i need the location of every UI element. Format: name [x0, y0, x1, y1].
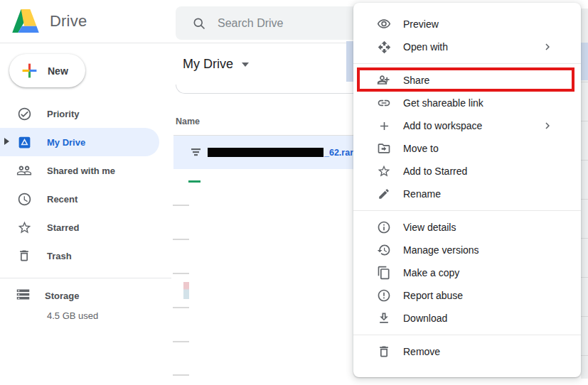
menu-divider [353, 210, 581, 211]
google-drive-window: Drive New Priority [0, 0, 588, 385]
plus-icon [21, 62, 38, 80]
sidebar-item-label: Priority [47, 109, 80, 119]
redacted-row-mark [173, 205, 189, 206]
clock-icon [16, 190, 33, 207]
drive-logo-icon [12, 9, 39, 33]
menu-item-label: Share [403, 75, 429, 86]
selection-band-left [346, 41, 353, 82]
sidebar-item-label: Recent [47, 194, 77, 205]
new-button-label: New [48, 65, 68, 77]
search-icon[interactable] [192, 16, 206, 31]
menu-item-move-to[interactable]: Move to [353, 137, 581, 160]
my-drive-icon [16, 134, 33, 151]
chevron-right-icon [541, 40, 554, 53]
menu-item-make-a-copy[interactable]: Make a copy [353, 261, 581, 284]
menu-item-download[interactable]: Download [353, 307, 581, 330]
menu-item-label: Make a copy [403, 267, 459, 278]
menu-item-label: Report abuse [403, 290, 463, 301]
menu-item-label: View details [403, 222, 456, 233]
redacted-row-smudge [183, 282, 189, 299]
redacted-sheet-mark [188, 180, 201, 183]
menu-item-label: Move to [403, 143, 439, 154]
menu-item-view-details[interactable]: View details [353, 216, 581, 239]
sidebar-item-recent[interactable]: Recent [0, 185, 166, 213]
page-title-text: My Drive [183, 57, 233, 72]
menu-item-rename[interactable]: Rename [353, 183, 581, 205]
menu-item-label: Rename [403, 188, 441, 200]
history-icon [377, 243, 391, 257]
star-icon [377, 164, 391, 178]
sidebar-item-shared-with-me[interactable]: Shared with me [0, 156, 166, 185]
right-edge-list-strip [581, 9, 588, 379]
menu-item-get-shareable-link[interactable]: Get shareable link [353, 92, 581, 114]
expand-arrow-icon[interactable] [4, 138, 9, 145]
new-button[interactable]: New [9, 54, 85, 87]
trash-icon [377, 345, 391, 359]
copy-icon [377, 266, 391, 280]
sidebar-item-priority[interactable]: Priority [0, 99, 166, 128]
trash-icon [16, 247, 33, 264]
caret-down-icon [242, 63, 249, 67]
menu-item-label: Open with [403, 41, 448, 53]
menu-item-label: Add to workspace [403, 120, 482, 131]
menu-item-label: Preview [403, 18, 439, 30]
menu-item-label: Manage versions [403, 244, 479, 256]
menu-item-preview[interactable]: Preview [353, 13, 581, 36]
redacted-row-mark [173, 273, 189, 274]
menu-item-label: Add to Starred [403, 166, 467, 177]
menu-item-label: Get shareable link [403, 97, 483, 109]
sidebar-divider [0, 278, 171, 278]
sidebar-item-label: Shared with me [47, 166, 115, 176]
column-header-name[interactable]: Name [176, 116, 200, 126]
link-icon [377, 96, 391, 110]
redacted-file-name [208, 148, 324, 157]
redacted-row-mark [173, 341, 189, 342]
redacted-row-mark [173, 239, 189, 240]
selection-band-right [581, 43, 588, 80]
menu-item-remove[interactable]: Remove [353, 340, 581, 363]
storage-icon [16, 287, 31, 305]
person-add-icon [377, 73, 391, 87]
breadcrumb-my-drive[interactable]: My Drive [183, 57, 249, 72]
people-icon [16, 162, 33, 179]
menu-item-manage-versions[interactable]: Manage versions [353, 239, 581, 261]
sidebar-nav: Priority My Drive Shared with me Recent [0, 99, 166, 270]
menu-item-label: Download [403, 313, 447, 324]
star-icon [16, 219, 33, 236]
eye-icon [377, 17, 391, 31]
warning-icon [377, 288, 391, 303]
download-icon [377, 311, 391, 325]
file-name-suffix: _62.rar [324, 148, 353, 158]
menu-item-report-abuse[interactable]: Report abuse [353, 284, 581, 307]
menu-item-open-with[interactable]: Open with [353, 36, 581, 58]
chevron-right-icon [541, 119, 554, 132]
storage-label: Storage [45, 291, 79, 301]
plus-icon [377, 119, 391, 133]
folder-move-icon [377, 141, 391, 156]
check-circle-icon [16, 105, 33, 122]
menu-divider [353, 63, 581, 64]
menu-divider [353, 335, 581, 335]
sidebar-item-storage[interactable]: Storage [16, 287, 79, 305]
menu-item-label: Remove [403, 346, 440, 357]
redacted-row-mark [173, 374, 189, 376]
drive-logo[interactable]: Drive [12, 9, 87, 33]
menu-item-add-to-workspace[interactable]: Add to workspace [353, 114, 581, 137]
sidebar-item-label: Starred [47, 222, 80, 233]
open-with-icon [377, 40, 391, 54]
redacted-row-mark [173, 307, 189, 308]
sidebar-item-my-drive[interactable]: My Drive [0, 128, 159, 156]
sidebar-item-label: My Drive [47, 137, 85, 148]
menu-item-share[interactable]: Share [353, 69, 581, 92]
context-menu: Preview Open with Share Get shareable li… [353, 3, 581, 377]
storage-usage: 4.5 GB used [47, 310, 98, 321]
pencil-icon [377, 187, 391, 201]
app-name: Drive [50, 12, 87, 31]
menu-item-add-to-starred[interactable]: Add to Starred [353, 160, 581, 183]
archive-file-icon [191, 146, 201, 158]
sidebar-item-trash[interactable]: Trash [0, 242, 166, 270]
sidebar-item-starred[interactable]: Starred [0, 213, 166, 242]
sidebar-item-label: Trash [47, 251, 72, 261]
info-icon [377, 220, 391, 234]
